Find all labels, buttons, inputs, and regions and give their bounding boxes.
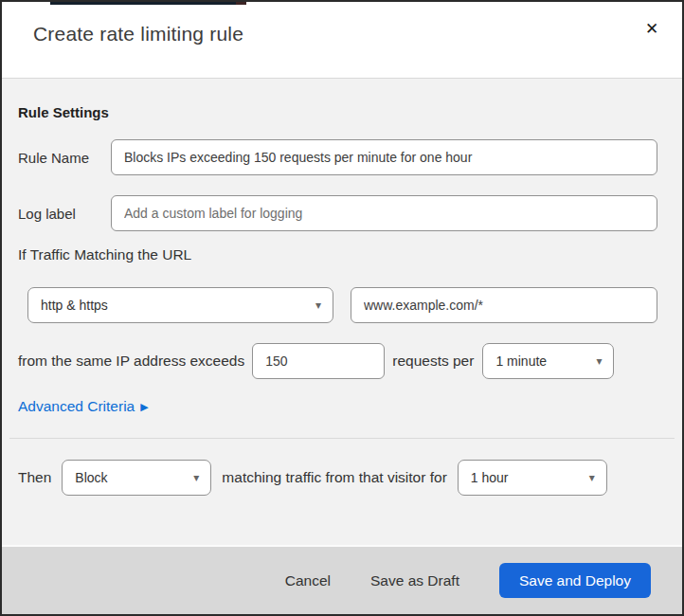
- action-row: Then Block ▾ matching traffic from that …: [18, 460, 657, 496]
- request-count-input[interactable]: [252, 343, 385, 379]
- threshold-row: from the same IP address exceeds request…: [18, 343, 657, 379]
- rule-name-row: Rule Name: [18, 139, 657, 175]
- log-label-row: Log label: [18, 195, 657, 231]
- chevron-down-icon: ▾: [589, 472, 595, 483]
- duration-dropdown[interactable]: 1 hour ▾: [458, 460, 607, 496]
- scheme-dropdown[interactable]: http & https ▾: [27, 287, 333, 323]
- threshold-prefix-text: from the same IP address exceeds: [18, 353, 244, 370]
- rule-settings-heading: Rule Settings: [18, 104, 109, 120]
- chevron-down-icon: ▾: [193, 472, 199, 483]
- page-remnant-bar: [50, 2, 236, 5]
- dialog-title: Create rate limiting rule: [33, 23, 243, 45]
- action-dropdown[interactable]: Block ▾: [62, 460, 211, 496]
- rule-name-label: Rule Name: [18, 150, 111, 166]
- action-dropdown-value: Block: [75, 470, 107, 485]
- cancel-button[interactable]: Cancel: [285, 572, 331, 589]
- period-dropdown[interactable]: 1 minute ▾: [482, 343, 614, 379]
- url-match-row: http & https ▾: [27, 287, 657, 323]
- dialog-body: Rule Settings Rule Name Log label If Tra…: [2, 78, 682, 545]
- chevron-down-icon: ▾: [315, 299, 321, 311]
- save-as-draft-button[interactable]: Save as Draft: [370, 572, 459, 589]
- dialog-header: Create rate limiting rule ✕: [2, 2, 682, 78]
- duration-dropdown-value: 1 hour: [471, 470, 509, 485]
- scheme-dropdown-value: http & https: [41, 298, 108, 313]
- period-dropdown-value: 1 minute: [495, 353, 547, 369]
- rule-name-input[interactable]: [111, 139, 657, 175]
- action-middle-text: matching traffic from that visitor for: [222, 469, 446, 486]
- create-rate-limiting-rule-dialog: Create rate limiting rule ✕ Rule Setting…: [0, 0, 684, 616]
- page-remnant-bar-red: [236, 2, 246, 5]
- close-icon: ✕: [645, 19, 658, 39]
- advanced-criteria-link[interactable]: Advanced Criteria ▶: [18, 398, 149, 415]
- url-pattern-input[interactable]: [351, 287, 657, 323]
- threshold-suffix-text: requests per: [392, 353, 474, 370]
- traffic-matching-heading: If Traffic Matching the URL: [18, 246, 191, 263]
- arrow-right-icon: ▶: [140, 401, 148, 412]
- then-label: Then: [18, 469, 51, 486]
- save-and-deploy-button[interactable]: Save and Deploy: [499, 563, 651, 598]
- log-label-input[interactable]: [111, 195, 657, 231]
- advanced-criteria-label: Advanced Criteria: [18, 398, 135, 415]
- close-button[interactable]: ✕: [639, 15, 665, 42]
- log-label-label: Log label: [18, 206, 111, 222]
- dialog-footer: Cancel Save as Draft Save and Deploy: [2, 545, 682, 614]
- section-divider: [9, 438, 675, 439]
- chevron-down-icon: ▾: [596, 355, 602, 367]
